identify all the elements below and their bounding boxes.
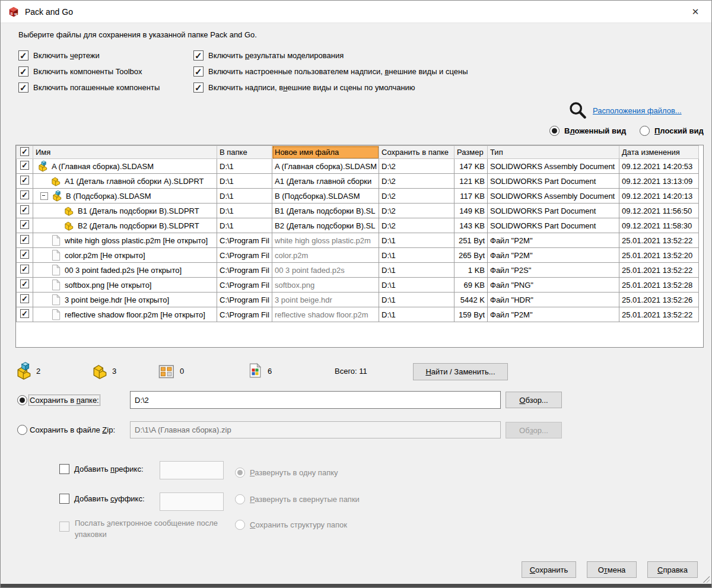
col-header-type[interactable]: Тип <box>488 146 619 159</box>
in-folder-cell: C:\Program Fil <box>217 307 272 322</box>
part-count: 3 <box>112 367 116 376</box>
row-checkbox[interactable] <box>20 176 29 185</box>
prefix-input[interactable] <box>160 461 224 479</box>
table-row[interactable]: B2 (Деталь подсборки B).SLDPRT D:\1 B2 (… <box>17 218 699 233</box>
col-header-name[interactable]: Имя <box>33 146 217 159</box>
select-all-header[interactable] <box>17 146 33 159</box>
new-name-cell[interactable]: A1 (Деталь главной сборки <box>272 174 379 189</box>
select-all-checkbox[interactable] <box>20 147 29 156</box>
col-header-modified[interactable]: Дата изменения <box>619 146 699 159</box>
type-cell: Файл "P2M" <box>488 233 619 248</box>
new-name-cell[interactable]: 3 point beige.hdr <box>272 293 379 307</box>
add-suffix-option[interactable]: Добавить суффикс: <box>59 494 145 504</box>
modified-cell: 25.01.2021 13:52:20 <box>619 248 699 263</box>
new-name-cell[interactable]: B (Подсборка).SLDASM <box>272 189 379 204</box>
row-checkbox[interactable] <box>20 235 29 244</box>
option-include-simulation[interactable]: Включить результаты моделирования <box>193 50 344 61</box>
in-folder-cell: C:\Program Fil <box>217 263 272 278</box>
add-prefix-option[interactable]: Добавить префикс: <box>59 464 144 474</box>
col-header-size[interactable]: Размер <box>454 146 488 159</box>
checkbox[interactable] <box>193 82 204 93</box>
checkbox[interactable] <box>59 494 69 504</box>
checkbox[interactable] <box>18 82 28 93</box>
cancel-button[interactable]: Отмена <box>587 561 637 578</box>
new-name-cell[interactable]: white high gloss plastic.p2m <box>272 233 379 248</box>
save-to-folder-radio[interactable]: Сохранить в папке: <box>17 395 99 405</box>
radio-label: Сохранить в файле Zip: <box>30 425 115 434</box>
title-bar: Pack and Go ✕ <box>1 1 711 23</box>
keep-folder-structure-radio: Сохранить структуру папок <box>235 520 347 530</box>
suffix-input[interactable] <box>160 492 224 511</box>
file-list[interactable]: Имя В папке Новое имя файла Сохранить в … <box>15 145 704 348</box>
table-row[interactable]: color.p2m [Не открыто] C:\Program Fil co… <box>17 248 699 263</box>
table-row[interactable]: softbox.png [Не открыто] C:\Program Fil … <box>17 278 699 293</box>
size-cell: 143 KB <box>454 218 488 233</box>
file-locations-link[interactable]: Расположения файлов... <box>593 106 682 115</box>
col-header-new-name[interactable]: Новое имя файла <box>272 146 379 159</box>
new-name-cell[interactable]: softbox.png <box>272 278 379 293</box>
row-checkbox[interactable] <box>20 294 29 303</box>
col-header-in-folder[interactable]: В папке <box>217 146 272 159</box>
new-name-cell[interactable]: B1 (Деталь подсборки B).SL <box>272 204 379 218</box>
solidworks-logo-icon <box>8 6 20 18</box>
save-to-cell: D:\2 <box>379 159 454 174</box>
radio[interactable] <box>17 395 27 405</box>
resize-grip[interactable] <box>701 574 710 583</box>
option-include-toolbox[interactable]: Включить компоненты Toolbox <box>18 66 142 77</box>
option-include-custom-appearances[interactable]: Включить настроенные пользователем надпи… <box>193 66 468 77</box>
help-button[interactable]: Справка <box>647 561 698 578</box>
browse-folder-button[interactable]: Обзор... <box>506 392 562 408</box>
option-include-drawings[interactable]: Включить чертежи <box>18 50 100 61</box>
collapse-expander-icon[interactable] <box>40 192 48 200</box>
table-row[interactable]: A1 (Деталь главной сборки A).SLDPRT D:\1… <box>17 174 699 189</box>
option-label: Включить компоненты Toolbox <box>33 67 142 76</box>
nested-view-radio[interactable]: Вложенный вид <box>549 126 626 136</box>
new-name-cell[interactable]: B2 (Деталь подсборки B).SL <box>272 218 379 233</box>
save-to-cell: D:\1 <box>379 278 454 293</box>
row-checkbox[interactable] <box>20 279 29 288</box>
table-row[interactable]: 3 point beige.hdr [Не открыто] C:\Progra… <box>17 293 699 307</box>
row-checkbox[interactable] <box>20 190 29 199</box>
radio[interactable] <box>17 425 27 435</box>
close-icon[interactable]: ✕ <box>688 5 703 19</box>
file-name: 00 3 point faded.p2s [Не открыто] <box>65 266 182 275</box>
zip-file-input <box>130 421 501 438</box>
row-checkbox[interactable] <box>20 309 29 318</box>
part-icon <box>63 205 75 217</box>
row-checkbox[interactable] <box>20 161 29 170</box>
checkbox[interactable] <box>193 66 204 77</box>
new-name-cell[interactable]: 00 3 point faded.p2s <box>272 263 379 278</box>
radio[interactable] <box>549 126 560 136</box>
modified-cell: 09.12.2021 13:13:09 <box>619 174 699 189</box>
table-row[interactable]: reflective shadow floor.p2m [Не открыто]… <box>17 307 699 322</box>
save-button[interactable]: Сохранить <box>522 561 576 578</box>
new-name-cell[interactable]: color.p2m <box>272 248 379 263</box>
checkbox[interactable] <box>193 50 204 61</box>
option-include-suppressed[interactable]: Включить погашенные компоненты <box>18 82 160 93</box>
table-row[interactable]: B (Подсборка).SLDASM D:\1 B (Подсборка).… <box>17 189 699 204</box>
search-icon <box>569 101 587 119</box>
col-header-save-to[interactable]: Сохранить в папке <box>379 146 454 159</box>
new-name-cell[interactable]: A (Главная сборка).SLDASM <box>272 159 379 174</box>
email-after-packing-label: Послать электронное сообщение после упак… <box>75 517 241 540</box>
table-row[interactable]: 00 3 point faded.p2s [Не открыто] C:\Pro… <box>17 263 699 278</box>
save-folder-input[interactable] <box>130 391 501 409</box>
type-cell: Файл "P2S" <box>488 263 619 278</box>
row-checkbox[interactable] <box>20 220 29 229</box>
find-replace-button[interactable]: Найти / Заменить... <box>413 363 508 380</box>
checkbox[interactable] <box>18 50 28 61</box>
checkbox[interactable] <box>18 66 28 77</box>
new-name-cell[interactable]: reflective shadow floor.p2m <box>272 307 379 322</box>
option-include-default-appearances[interactable]: Включить надписи, внешние виды и сцены п… <box>193 82 415 93</box>
row-checkbox[interactable] <box>20 250 29 259</box>
flat-view-radio[interactable]: Плоский вид <box>640 126 704 136</box>
row-checkbox[interactable] <box>20 205 29 214</box>
radio[interactable] <box>640 126 650 136</box>
checkbox[interactable] <box>59 464 69 474</box>
save-to-zip-radio[interactable]: Сохранить в файле Zip: <box>17 425 115 435</box>
row-checkbox[interactable] <box>20 265 29 274</box>
file-name: white high gloss plastic.p2m [Не открыто… <box>65 236 208 245</box>
table-row[interactable]: white high gloss plastic.p2m [Не открыто… <box>17 233 699 248</box>
table-row[interactable]: B1 (Деталь подсборки B).SLDPRT D:\1 B1 (… <box>17 204 699 218</box>
table-row[interactable]: A (Главная сборка).SLDASM D:\1 A (Главна… <box>17 159 699 174</box>
